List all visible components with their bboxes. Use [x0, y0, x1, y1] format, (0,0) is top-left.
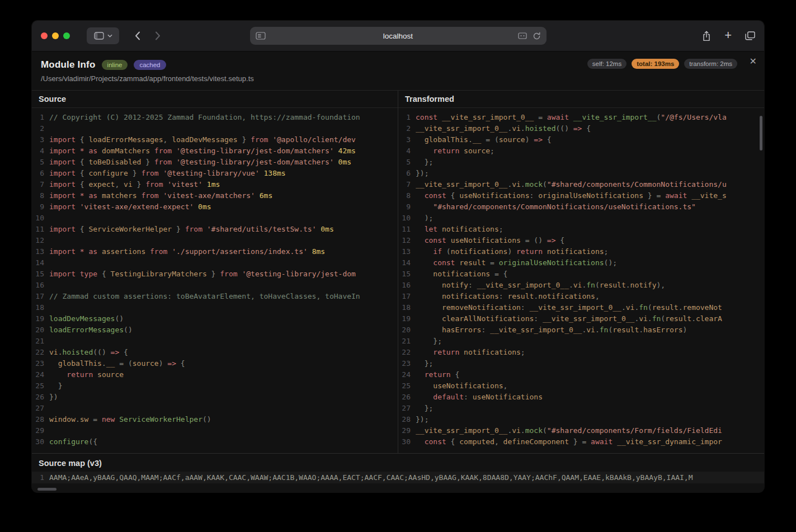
- zoom-window-button[interactable]: [63, 32, 70, 39]
- code-line: 20loadErrorMessages(): [32, 324, 398, 336]
- code-line: 13import * as assertions from './support…: [32, 246, 398, 257]
- back-button[interactable]: [131, 29, 144, 43]
- code-line: 14: [32, 257, 398, 269]
- code-line: 16 notify: __vite_ssr_import_0__.vi.fn(r…: [398, 280, 764, 291]
- badge-cached: cached: [134, 60, 166, 70]
- code-line: 9import 'vitest-axe/extend-expect' 0ms: [32, 201, 398, 213]
- line-number: 1: [32, 472, 49, 483]
- timing-self: self: 12ms: [587, 59, 627, 69]
- line-number: 11: [32, 224, 49, 235]
- line-number: 26: [398, 392, 416, 403]
- line-number: 16: [32, 280, 49, 291]
- code-line: 10: [32, 213, 398, 224]
- code-line: 7__vite_ssr_import_0__.vi.mock("#shared/…: [398, 179, 764, 190]
- timing-transform: transform: 2ms: [684, 59, 737, 69]
- code-line: 8import * as matchers from 'vitest-axe/m…: [32, 190, 398, 201]
- sourcemap-mappings: AAMA;AAeA,yBAAG,QAAQ,MAAM;AACf,aAAW,KAAK…: [49, 472, 693, 483]
- line-number: 4: [32, 145, 49, 157]
- code-line: 12 const useNotifications = () => {: [398, 235, 764, 246]
- browser-window: localhost: [32, 21, 764, 492]
- code-line: 5 };: [398, 157, 764, 168]
- line-number: 2: [32, 123, 49, 134]
- sidebar-icon: [94, 32, 104, 40]
- line-number: 23: [32, 358, 49, 369]
- translate-icon[interactable]: [518, 32, 527, 39]
- sourcemap-line: 1 AAMA;AAeA,yBAAG,QAAQ,MAAM;AACf,aAAW,KA…: [32, 472, 764, 483]
- tab-overview-button[interactable]: [745, 31, 755, 40]
- code-line: 11import { ServiceWorkerHelper } from '#…: [32, 224, 398, 235]
- code-line: 3 globalThis.__ = (source) => {: [398, 134, 764, 145]
- url-text: localhost: [250, 32, 547, 40]
- code-line: 23 };: [398, 358, 764, 369]
- browser-titlebar: localhost: [32, 21, 764, 51]
- code-line: 1// Copyright (C) 2012-2025 Zammad Found…: [32, 112, 398, 123]
- line-number: 25: [32, 380, 49, 392]
- share-icon: [702, 31, 711, 41]
- line-number: 8: [398, 190, 416, 201]
- module-info-header: Module Info inline cached self: 12ms tot…: [32, 51, 764, 91]
- forward-button[interactable]: [152, 29, 164, 43]
- horizontal-scrollbar-thumb[interactable]: [37, 488, 56, 491]
- badge-inline: inline: [102, 60, 128, 70]
- code-line: 26}): [32, 392, 398, 403]
- code-line: 14 const result = originalUseNotificatio…: [398, 257, 764, 269]
- minimize-window-button[interactable]: [52, 32, 59, 39]
- code-line: 26 default: useNotifications: [398, 392, 764, 403]
- line-number: 10: [32, 213, 49, 224]
- line-number: 22: [32, 347, 49, 358]
- line-number: 8: [32, 190, 49, 201]
- code-line: 1const __vite_ssr_import_0__ = await __v…: [398, 112, 764, 123]
- code-line: 29: [32, 425, 398, 436]
- line-number: 24: [398, 369, 416, 380]
- line-number: 6: [32, 168, 49, 179]
- reload-icon[interactable]: [533, 32, 541, 40]
- chevron-down-icon: [107, 34, 112, 37]
- line-number: 5: [398, 157, 416, 168]
- timing-total: total: 193ms: [632, 59, 679, 69]
- code-line: 25 useNotifications,: [398, 380, 764, 392]
- titlebar-actions: +: [702, 29, 755, 43]
- code-line: 18 removeNotification: __vite_ssr_import…: [398, 302, 764, 313]
- sidebar-toggle-button[interactable]: [87, 27, 119, 44]
- vertical-scrollbar-thumb[interactable]: [760, 116, 762, 150]
- code-line: 17// Zammad custom assertions: toBeAvata…: [32, 291, 398, 302]
- code-line: 2__vite_ssr_import_0__.vi.hoisted(() => …: [398, 123, 764, 134]
- code-line: 24 return source: [32, 369, 398, 380]
- line-number: 1: [398, 112, 416, 123]
- line-number: 5: [32, 157, 49, 168]
- line-number: 18: [32, 302, 49, 313]
- line-number: 19: [398, 313, 416, 324]
- code-line: 29__vite_ssr_import_0__.vi.mock("#shared…: [398, 425, 764, 436]
- line-number: 19: [32, 313, 49, 324]
- code-line: 28window.sw = new ServiceWorkerHelper(): [32, 414, 398, 425]
- code-line: 15 notifications = {: [398, 269, 764, 280]
- code-line: 6});: [398, 168, 764, 179]
- code-line: 20 hasErrors: __vite_ssr_import_0__.vi.f…: [398, 324, 764, 336]
- code-line: 9 "#shared/components/CommonNotification…: [398, 201, 764, 213]
- close-button[interactable]: ✕: [750, 56, 757, 67]
- line-number: 20: [32, 324, 49, 336]
- code-line: 8 const { useNotifications: originalUseN…: [398, 190, 764, 201]
- page-settings-icon[interactable]: [256, 32, 266, 40]
- line-number: 26: [32, 392, 49, 403]
- address-bar[interactable]: localhost: [250, 27, 547, 45]
- transformed-code[interactable]: 1const __vite_ssr_import_0__ = await __v…: [398, 108, 764, 453]
- sourcemap-section: Source map (v3) 1 AAMA;AAeA,yBAAG,QAAQ,M…: [32, 453, 764, 492]
- line-number: 24: [32, 369, 49, 380]
- line-number: 15: [32, 269, 49, 280]
- code-line: 25 }: [32, 380, 398, 392]
- line-number: 12: [398, 235, 416, 246]
- line-number: 3: [32, 134, 49, 145]
- code-line: 18: [32, 302, 398, 313]
- close-window-button[interactable]: [41, 32, 48, 39]
- line-number: 23: [398, 358, 416, 369]
- source-code[interactable]: 1// Copyright (C) 2012-2025 Zammad Found…: [32, 108, 398, 453]
- line-number: 13: [398, 246, 416, 257]
- line-number: 6: [398, 168, 416, 179]
- new-tab-button[interactable]: +: [724, 29, 732, 43]
- code-line: 22 return notifications;: [398, 347, 764, 358]
- code-line: 27: [32, 403, 398, 414]
- share-button[interactable]: [702, 31, 711, 41]
- tabs-icon: [745, 31, 755, 40]
- line-number: 7: [32, 179, 49, 190]
